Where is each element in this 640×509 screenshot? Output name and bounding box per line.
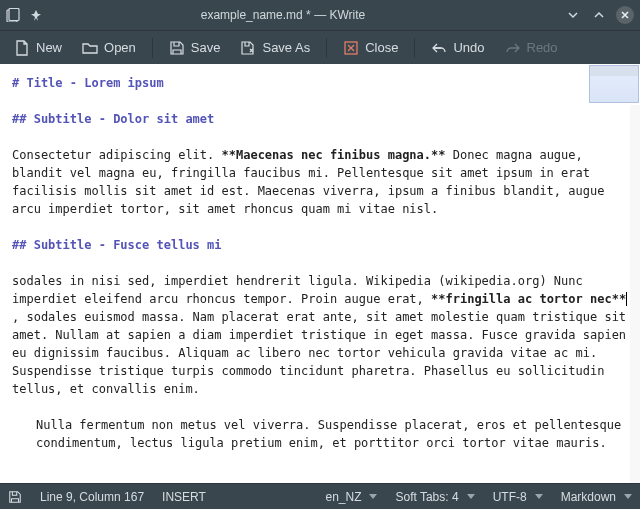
bold-marker: ** [431, 292, 445, 306]
minimize-icon[interactable] [564, 6, 582, 24]
toolbar-label: Open [104, 40, 136, 55]
app-menu-icon[interactable] [6, 8, 20, 22]
heading-2: ## Subtitle - Fusce tellus mi [12, 238, 222, 252]
toolbar-label: Save [191, 40, 221, 55]
toolbar-separator [326, 38, 327, 58]
heading-1: # Title - Lorem ipsum [12, 76, 164, 90]
editor-content[interactable]: # Title - Lorem ipsum ## Subtitle - Dolo… [0, 64, 640, 462]
new-button[interactable]: New [6, 36, 70, 60]
blockquote-text: Nulla fermentum non metus vel viverra. S… [12, 416, 632, 452]
statusbar: Line 9, Column 167 INSERT en_NZ Soft Tab… [0, 483, 640, 509]
close-button[interactable]: Close [335, 36, 406, 60]
undo-icon [431, 40, 447, 56]
toolbar-label: Undo [453, 40, 484, 55]
close-window-icon[interactable] [616, 6, 634, 24]
window-title: example_name.md * — KWrite [42, 8, 564, 22]
minimap[interactable] [589, 65, 639, 103]
toolbar-label: New [36, 40, 62, 55]
saveas-button[interactable]: Save As [232, 36, 318, 60]
close-doc-icon [343, 40, 359, 56]
titlebar: example_name.md * — KWrite [0, 0, 640, 30]
heading-2: ## Subtitle - Dolor sit amet [12, 112, 214, 126]
save-status-icon[interactable] [8, 490, 22, 504]
paragraph-text: Consectetur adipiscing elit. [12, 148, 222, 162]
bold-text: Maecenas nec finibus magna. [236, 148, 431, 162]
toolbar-separator [414, 38, 415, 58]
bold-text: fringilla ac tortor nec [445, 292, 611, 306]
save-button[interactable]: Save [161, 36, 229, 60]
save-icon [169, 40, 185, 56]
redo-button[interactable]: Redo [497, 36, 566, 60]
redo-icon [505, 40, 521, 56]
paragraph-text: , sodales euismod massa. Nam placerat er… [12, 310, 633, 396]
folder-open-icon [82, 40, 98, 56]
toolbar-label: Save As [262, 40, 310, 55]
toolbar: New Open Save Save As Close [0, 30, 640, 64]
editor[interactable]: # Title - Lorem ipsum ## Subtitle - Dolo… [0, 64, 640, 483]
toolbar-label: Redo [527, 40, 558, 55]
syntax-selector[interactable]: Markdown [561, 490, 632, 504]
vertical-scrollbar[interactable] [630, 105, 640, 483]
svg-rect-1 [9, 9, 19, 21]
bold-marker: ** [222, 148, 236, 162]
bold-marker: ** [612, 292, 626, 306]
insert-mode[interactable]: INSERT [162, 490, 206, 504]
app-window: example_name.md * — KWrite New Open [0, 0, 640, 509]
toolbar-label: Close [365, 40, 398, 55]
pin-icon[interactable] [30, 9, 42, 21]
cursor-position[interactable]: Line 9, Column 167 [40, 490, 144, 504]
bold-marker: ** [431, 148, 445, 162]
indent-selector[interactable]: Soft Tabs: 4 [395, 490, 474, 504]
undo-button[interactable]: Undo [423, 36, 492, 60]
maximize-icon[interactable] [590, 6, 608, 24]
open-button[interactable]: Open [74, 36, 144, 60]
locale-selector[interactable]: en_NZ [325, 490, 377, 504]
text-cursor [626, 292, 627, 306]
encoding-selector[interactable]: UTF-8 [493, 490, 543, 504]
toolbar-separator [152, 38, 153, 58]
new-file-icon [14, 40, 30, 56]
saveas-icon [240, 40, 256, 56]
